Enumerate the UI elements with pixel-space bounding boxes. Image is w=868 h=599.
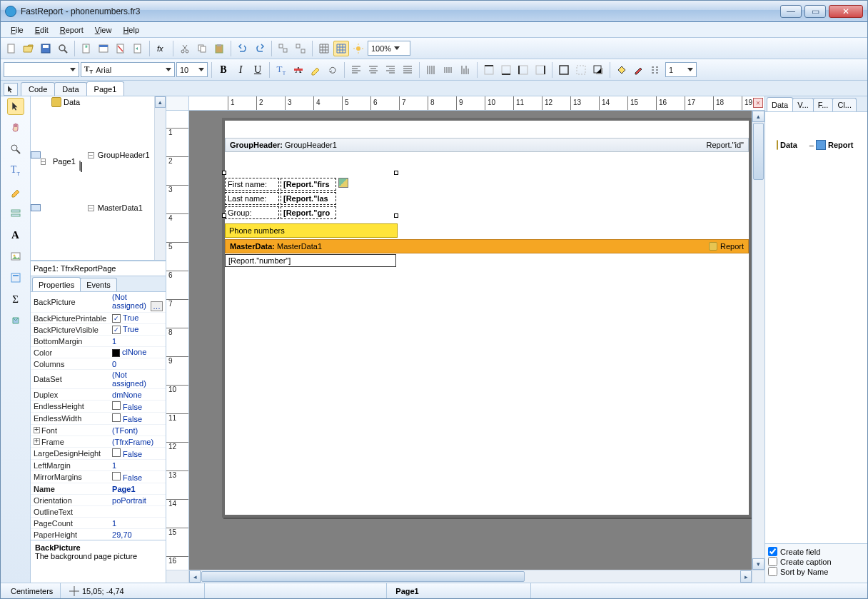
- tab-code[interactable]: Code: [21, 82, 55, 96]
- prop-row[interactable]: ColorclNone: [31, 347, 166, 358]
- open-icon[interactable]: [21, 41, 36, 56]
- variables-icon[interactable]: fx: [153, 41, 169, 56]
- prop-row[interactable]: PageCount1: [31, 518, 166, 529]
- rotate-icon[interactable]: [325, 62, 340, 78]
- newdialog-icon[interactable]: [96, 41, 111, 56]
- menu-edit[interactable]: Edit: [29, 24, 54, 36]
- pointer-tool-icon[interactable]: [7, 98, 24, 115]
- preview-icon[interactable]: [55, 41, 71, 56]
- undo-icon[interactable]: [235, 41, 251, 56]
- fontcolor-icon[interactable]: A: [291, 62, 306, 78]
- tab-page1[interactable]: Page1: [86, 81, 125, 96]
- text-tool-icon[interactable]: TT: [7, 162, 24, 179]
- menu-help[interactable]: Help: [117, 24, 145, 36]
- fitgrid-icon[interactable]: [350, 41, 366, 56]
- ungroup-icon[interactable]: [293, 41, 308, 56]
- prop-row[interactable]: BackPicture(Not assigned) …: [31, 292, 166, 313]
- showgrid-icon[interactable]: [316, 41, 332, 56]
- zoom-combo[interactable]: 100%: [368, 41, 410, 56]
- prop-row[interactable]: LeftMargin1: [31, 460, 166, 471]
- prop-row[interactable]: NamePage1: [31, 483, 166, 495]
- band-groupheader-hdr[interactable]: GroupHeader: GroupHeader1 Report."id": [225, 138, 749, 152]
- prop-row[interactable]: BottomMargin1: [31, 336, 166, 347]
- newpage-icon[interactable]: *: [79, 41, 94, 56]
- chk-create-field[interactable]: Create field: [768, 547, 864, 556]
- select-tool-icon[interactable]: [4, 83, 18, 96]
- valign-bottom-icon[interactable]: [458, 62, 473, 78]
- fillcolor-icon[interactable]: [614, 62, 630, 78]
- prop-row[interactable]: PaperHeight29,70: [31, 529, 166, 540]
- prop-row[interactable]: DataSet(Not assigned): [31, 370, 166, 389]
- field-value[interactable]: [Report."gro: [281, 206, 336, 219]
- design-canvas[interactable]: GroupHeader: GroupHeader1 Report."id" Fi…: [189, 111, 752, 570]
- rtab-data[interactable]: Data: [767, 97, 793, 111]
- copy-icon[interactable]: [194, 41, 210, 56]
- align-right-icon[interactable]: [383, 62, 398, 78]
- field-label[interactable]: First name:: [225, 178, 279, 191]
- tab-events[interactable]: Events: [80, 278, 117, 291]
- field-value[interactable]: [Report."firs: [281, 178, 336, 191]
- object-selector[interactable]: Page1: TfrxReportPage: [31, 261, 166, 276]
- pagesettings-icon[interactable]: [130, 41, 146, 56]
- style-combo[interactable]: [4, 62, 79, 77]
- menu-report[interactable]: Report: [54, 24, 89, 36]
- fontsize-combo[interactable]: 10: [176, 62, 208, 77]
- frame-right-icon[interactable]: [533, 62, 548, 78]
- menu-file[interactable]: File: [5, 24, 29, 36]
- tab-properties[interactable]: Properties: [32, 277, 81, 291]
- phone-numbers-label[interactable]: Phone numbers: [225, 223, 398, 238]
- tree-scroll-up[interactable]: ▴: [155, 96, 166, 108]
- zoom-tool-icon[interactable]: [7, 141, 24, 158]
- prop-row[interactable]: BackPicturePrintable✓True: [31, 313, 166, 324]
- framestyle-icon[interactable]: [648, 62, 664, 78]
- group-icon[interactable]: [276, 41, 291, 56]
- minimize-button[interactable]: —: [780, 5, 802, 18]
- subreport-tool-icon[interactable]: [7, 269, 24, 286]
- redo-icon[interactable]: [252, 41, 268, 56]
- field-value[interactable]: [Report."las: [281, 192, 336, 205]
- deletepage-icon[interactable]: [113, 41, 128, 56]
- rtab-functions[interactable]: F...: [813, 98, 834, 111]
- picture-object[interactable]: [338, 178, 348, 188]
- field-row[interactable]: Last name:[Report."las: [225, 192, 336, 205]
- cut-icon[interactable]: [177, 41, 193, 56]
- page-surface[interactable]: GroupHeader: GroupHeader1 Report."id" Fi…: [222, 118, 752, 518]
- canvas-hscroll[interactable]: ◂ ▸: [166, 570, 764, 583]
- highlight-icon[interactable]: [308, 62, 323, 78]
- align-left-icon[interactable]: [348, 62, 364, 78]
- prop-row[interactable]: OrientationpoPortrait: [31, 495, 166, 506]
- valign-middle-icon[interactable]: [440, 62, 456, 78]
- frame-top-icon[interactable]: [481, 62, 497, 78]
- memo-tool-icon[interactable]: A: [7, 226, 24, 243]
- tab-data[interactable]: Data: [54, 82, 86, 96]
- frame-left-icon[interactable]: [515, 62, 531, 78]
- prop-row[interactable]: MirrorMarginsFalse: [31, 471, 166, 483]
- report-tree[interactable]: Data– Page1– GroupHeader1A Reportfirstna…: [31, 96, 166, 215]
- prop-row[interactable]: Columns0: [31, 358, 166, 370]
- format-tool-icon[interactable]: [7, 183, 24, 201]
- prop-row[interactable]: BackPictureVisible✓True: [31, 324, 166, 336]
- framecolor-icon[interactable]: [631, 62, 647, 78]
- aligngrid-icon[interactable]: [333, 41, 349, 56]
- menu-view[interactable]: View: [89, 24, 118, 36]
- paste-icon[interactable]: [211, 41, 227, 56]
- data-tree[interactable]: Data– Report photo firstname lastname gr…: [765, 112, 867, 543]
- rtab-classes[interactable]: Cl...: [832, 98, 857, 111]
- field-label[interactable]: Last name:: [225, 192, 279, 205]
- align-justify-icon[interactable]: [400, 62, 415, 78]
- font-combo[interactable]: TTArial: [81, 62, 175, 77]
- prop-row[interactable]: OutlineText: [31, 506, 166, 518]
- band-tool-icon[interactable]: [7, 205, 24, 222]
- property-grid[interactable]: BackPicture(Not assigned) …BackPicturePr…: [31, 292, 166, 540]
- maximize-button[interactable]: ▭: [804, 5, 826, 18]
- new-icon[interactable]: [4, 41, 19, 56]
- framewidth-combo[interactable]: 1: [665, 62, 697, 77]
- ruler-close-icon[interactable]: ×: [753, 98, 763, 108]
- canvas-vscroll[interactable]: ▴ ▾: [752, 111, 764, 570]
- prop-row[interactable]: EndlessHeightFalse: [31, 401, 166, 413]
- prop-row[interactable]: LargeDesignHeightFalse: [31, 448, 166, 460]
- close-button[interactable]: ✕: [829, 5, 863, 18]
- rtab-variables[interactable]: V...: [792, 98, 814, 111]
- other-tool-icon[interactable]: [7, 312, 24, 329]
- prop-row[interactable]: Frame(TfrxFrame): [31, 436, 166, 448]
